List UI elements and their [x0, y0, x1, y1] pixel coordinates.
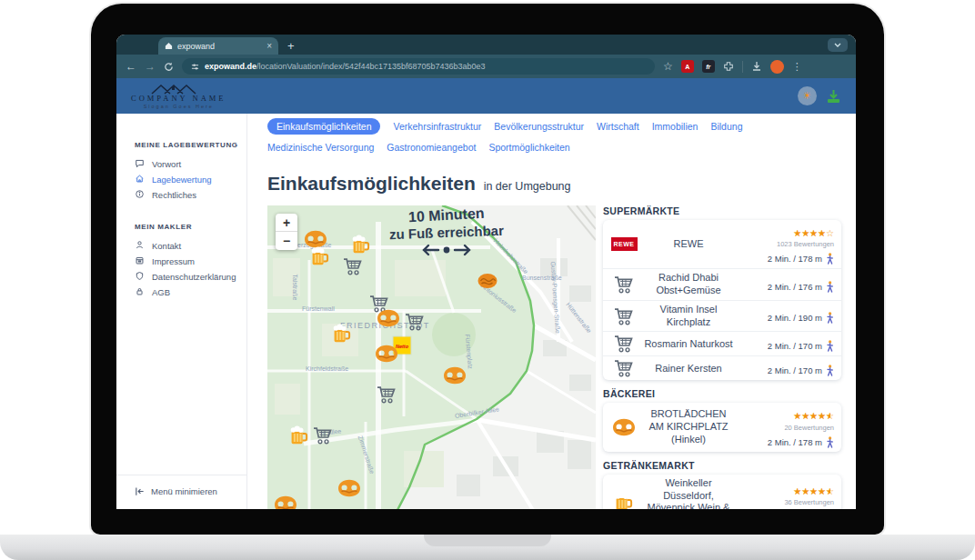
place-row[interactable]: BROTLÄDCHEN AM KIRCHPLATZ(Hinkel)☆☆☆☆☆★★…: [603, 403, 841, 451]
person-icon: [135, 240, 145, 252]
place-row[interactable]: Weinkeller Düsseldorf,Mövenpick Wein & C…: [603, 475, 841, 509]
report-download-icon[interactable]: [826, 89, 841, 104]
browser-tab-strip: expowand × +: [116, 35, 856, 55]
sidebar-section-heading: MEINE LAGEBEWERTUNG: [135, 141, 246, 149]
sidebar-item-label: Lagebewertung: [152, 175, 212, 185]
cart-map-marker[interactable]: [343, 257, 363, 279]
url-domain: expowand.de: [205, 62, 256, 71]
fr-extension-icon[interactable]: fr: [702, 60, 715, 73]
place-name: BROTLÄDCHEN AM KIRCHPLATZ(Hinkel): [639, 408, 738, 445]
pretzel-map-marker[interactable]: [443, 366, 467, 388]
pretzel-icon: [375, 345, 398, 363]
pretzel-icon: [274, 495, 297, 509]
shopping-cart-icon: [405, 313, 425, 331]
browser-menu-icon[interactable]: ⋮: [792, 61, 802, 73]
bookmark-star-icon[interactable]: ☆: [663, 61, 673, 72]
cart-map-marker[interactable]: [377, 385, 397, 407]
profile-avatar[interactable]: [770, 60, 784, 74]
place-row[interactable]: Rainer Kersten2 Min. / 170 m: [603, 355, 841, 380]
pretzel-map-marker[interactable]: [337, 479, 361, 501]
tab-immobilien[interactable]: Immobilien: [652, 118, 699, 135]
sidebar-item-vorwort[interactable]: Vorwort: [135, 156, 246, 172]
url-text: expowand.de/locationValuation/index/542f…: [205, 62, 486, 71]
page-body: MEINE LAGEBEWERTUNGVorwortLagebewertungR…: [116, 114, 856, 509]
site-header: COMPANY NAME Slogan Goes Here ☀: [116, 78, 856, 114]
sidebar-item-label: Vorwort: [152, 159, 181, 169]
sidebar-item-rechtliches[interactable]: Rechtliches: [135, 187, 246, 203]
tab-close-icon[interactable]: ×: [266, 41, 272, 51]
walking-person-icon: [826, 436, 834, 448]
tab-verkehrsinfrastruktur[interactable]: Verkehrsinfrastruktur: [393, 118, 481, 135]
bread-map-marker[interactable]: [477, 273, 498, 293]
download-icon[interactable]: [751, 61, 762, 72]
tab-gastronomieangebot[interactable]: Gastronomieangebot: [387, 139, 476, 155]
tab-sportmöglichkeiten[interactable]: Sportmöglichkeiten: [488, 139, 569, 155]
sidebar-item-agb[interactable]: AGB: [135, 285, 246, 300]
tab-medizinische-versorgung[interactable]: Medizinische Versorgung: [267, 139, 374, 155]
beer-map-marker[interactable]: [332, 324, 352, 347]
tab-wirtschaft[interactable]: Wirtschaft: [597, 118, 639, 135]
beer-map-marker[interactable]: [351, 235, 371, 258]
place-card: BROTLÄDCHEN AM KIRCHPLATZ(Hinkel)☆☆☆☆☆★★…: [603, 403, 841, 451]
place-section-heading: GETRÄNKEMARKT: [603, 460, 841, 471]
place-card: Weinkeller Düsseldorf,Mövenpick Wein & C…: [603, 475, 841, 509]
shield-icon: [135, 271, 145, 283]
beer-mug-icon: [332, 324, 352, 344]
sidebar-item-label: AGB: [152, 287, 170, 297]
back-button[interactable]: ←: [126, 61, 136, 72]
star-rating: ☆☆☆☆☆★★★★★: [793, 412, 834, 421]
sidebar-item-kontakt[interactable]: Kontakt: [135, 238, 246, 254]
company-logo[interactable]: COMPANY NAME Slogan Goes Here: [131, 83, 226, 108]
sidebar-item-lagebewertung[interactable]: Lagebewertung: [135, 172, 246, 187]
tab-bildung[interactable]: Bildung: [710, 118, 742, 135]
forward-button[interactable]: →: [145, 61, 156, 72]
sidebar: MEINE LAGEBEWERTUNGVorwortLagebewertungR…: [116, 114, 247, 509]
place-row[interactable]: Rachid Dhabi Obst+Gemüse2 Min. / 176 m: [603, 268, 841, 300]
walking-distance: 2 Min. / 170 m: [768, 340, 834, 352]
map[interactable]: + − 10 Minuten zu Fuß erreichbar: [267, 205, 596, 509]
sidebar-item-label: Rechtliches: [152, 190, 196, 200]
map-zoom-control: + −: [276, 214, 297, 250]
zoom-out-button[interactable]: −: [276, 232, 297, 250]
tab-list-chevron-button[interactable]: [828, 38, 848, 52]
place-row[interactable]: Vitamin Insel Kirchplatz2 Min. / 190 m: [603, 300, 841, 332]
sidebar-item-datenschutzerklärung[interactable]: Datenschutzerklärung: [135, 269, 246, 285]
place-row[interactable]: Rosmarin Naturkost2 Min. / 170 m: [603, 331, 841, 355]
new-tab-button[interactable]: +: [287, 39, 295, 53]
sidebar-minimize-button[interactable]: Menü minimieren: [116, 475, 246, 509]
pretzel-icon: [443, 366, 467, 385]
zoom-in-button[interactable]: +: [276, 214, 297, 232]
pretzel-icon: [612, 418, 636, 436]
browser-tab[interactable]: expowand ×: [158, 37, 278, 55]
pretzel-map-marker[interactable]: [274, 495, 297, 509]
reload-icon[interactable]: [164, 62, 174, 72]
annotation-line2: zu Fuß erreichbar: [389, 223, 504, 243]
sidebar-item-impressum[interactable]: Impressum: [135, 254, 246, 269]
shopping-cart-icon: [343, 257, 363, 275]
tab-einkaufsmöglichkeiten[interactable]: Einkaufsmöglichkeiten: [267, 118, 380, 135]
place-name: Rachid Dhabi Obst+Gemüse: [639, 272, 738, 297]
sidebar-item-label: Impressum: [152, 256, 195, 266]
pretzel-map-marker[interactable]: [377, 309, 400, 331]
beer-map-marker[interactable]: [310, 246, 330, 270]
web-page: COMPANY NAME Slogan Goes Here ☀ MEINE LA…: [116, 78, 856, 509]
pdf-extension-icon[interactable]: A: [681, 60, 694, 73]
walking-person-icon: [826, 365, 834, 376]
shopping-cart-icon: [614, 275, 634, 294]
walking-person-icon: [826, 253, 834, 265]
sidebar-item-label: Kontakt: [152, 241, 181, 251]
cart-map-marker[interactable]: [313, 426, 333, 448]
cart-map-marker[interactable]: [405, 313, 425, 335]
place-name: Rainer Kersten: [639, 363, 738, 375]
walking-distance: 2 Min. / 170 m: [768, 365, 834, 376]
beer-map-marker[interactable]: [289, 425, 309, 449]
extensions-puzzle-icon[interactable]: [723, 61, 734, 72]
url-bar[interactable]: expowand.de/locationValuation/index/542f…: [182, 58, 655, 75]
laptop-notch: [424, 535, 551, 546]
review-count: 1023 Bewertungen: [738, 240, 834, 248]
place-row[interactable]: REWEREWE☆☆☆☆☆★★★★★1023 Bewertungen2 Min.…: [603, 220, 841, 268]
theme-toggle-sun-icon[interactable]: ☀: [798, 86, 817, 105]
content-row: + − 10 Minuten zu Fuß erreichbar: [267, 205, 841, 509]
pretzel-map-marker[interactable]: [375, 345, 398, 366]
tab-bevölkerungsstruktur[interactable]: Bevölkerungsstruktur: [494, 118, 584, 135]
